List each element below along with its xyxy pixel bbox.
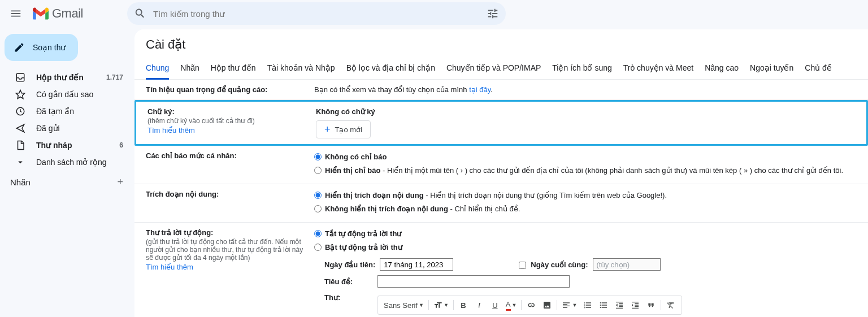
signature-sub: (thêm chữ ký vào cuối tất cả thư đi)	[147, 117, 311, 125]
quote-button[interactable]	[644, 298, 658, 312]
signature-learn-more-link[interactable]: Tìm hiểu thêm	[147, 126, 195, 134]
link-icon	[527, 301, 536, 310]
tab-themes[interactable]: Chủ đề	[805, 60, 832, 79]
compose-label: Soạn thư	[33, 43, 66, 52]
row-ad-signals: Tín hiệu quan trọng để quảng cáo: Bạn có…	[134, 80, 868, 100]
radio-vacation-on[interactable]	[314, 244, 322, 251]
search-icon[interactable]	[134, 7, 146, 20]
signature-label: Chữ ký:	[147, 107, 311, 116]
nav-more[interactable]: Danh sách mở rộng	[5, 154, 130, 171]
page-title: Cài đặt	[134, 35, 868, 60]
chevron-down-icon	[15, 157, 26, 167]
row-personal-indicators: Các chỉ báo mức cá nhân: Không có chỉ bá…	[134, 146, 868, 184]
row-vacation-responder: Thư trả lời tự động: (gửi thư trả lời tự…	[134, 223, 868, 317]
tab-advanced[interactable]: Nâng cao	[705, 60, 739, 79]
ad-signals-link[interactable]: tại đây	[469, 85, 491, 94]
bold-button[interactable]: B	[456, 298, 471, 312]
clear-format-icon	[666, 301, 675, 310]
clock-icon	[15, 106, 26, 116]
radio-show-snippets[interactable]	[314, 192, 322, 199]
numbered-list-button[interactable]	[580, 298, 595, 312]
tab-chat[interactable]: Trò chuyện và Meet	[623, 60, 693, 79]
tab-general[interactable]: Chung	[146, 60, 169, 80]
subject-label: Tiêu đề:	[324, 277, 373, 286]
row-snippets: Trích đoạn nội dung: Hiển thị trích đoạn…	[134, 184, 868, 223]
image-button[interactable]	[540, 298, 554, 312]
radio-vacation-off[interactable]	[314, 230, 322, 237]
vacation-label: Thư trả lời tự động:	[146, 228, 310, 237]
radio-hide-snippets[interactable]	[314, 205, 322, 212]
tab-addons[interactable]: Tiện ích bổ sung	[552, 60, 611, 79]
last-day-label: Ngày cuối cùng:	[531, 260, 588, 269]
svg-marker-1	[16, 90, 25, 99]
first-day-label: Ngày đầu tiên:	[324, 260, 375, 269]
vacation-learn-more-link[interactable]: Tìm hiểu thêm	[146, 263, 193, 271]
labels-section-header: Nhãn +	[5, 171, 130, 188]
link-button[interactable]	[524, 298, 539, 312]
search-options-icon[interactable]	[487, 7, 499, 20]
star-icon	[15, 89, 26, 99]
font-size-button[interactable]: ▼	[431, 298, 451, 312]
nav-starred[interactable]: Có gắn dấu sao	[5, 86, 130, 103]
image-icon	[542, 301, 552, 310]
indent-more-button[interactable]	[628, 298, 643, 312]
nav-drafts[interactable]: Thư nháp 6	[5, 137, 130, 154]
app-header: Gmail	[0, 0, 868, 27]
main-menu-button[interactable]	[5, 2, 27, 25]
radio-show-indicators[interactable]	[314, 167, 322, 174]
tab-labels[interactable]: Nhãn	[180, 60, 199, 79]
gmail-brand-text: Gmail	[52, 6, 83, 21]
tab-inbox[interactable]: Hộp thư đến	[211, 60, 256, 79]
send-icon	[15, 123, 26, 133]
plus-icon: +	[324, 124, 331, 134]
tab-forwarding[interactable]: Chuyển tiếp và POP/IMAP	[446, 60, 541, 79]
add-label-button[interactable]: +	[117, 176, 123, 188]
tab-offline[interactable]: Ngoại tuyến	[750, 60, 793, 79]
align-icon	[562, 301, 571, 310]
nav-snoozed[interactable]: Đã tạm ẩn	[5, 103, 130, 120]
inbox-icon	[15, 72, 26, 82]
nav-inbox[interactable]: Hộp thư đến 1.717	[5, 69, 130, 86]
menu-icon	[10, 7, 22, 20]
search-bar	[127, 2, 506, 25]
compose-button[interactable]: Soạn thư	[5, 34, 78, 61]
underline-button[interactable]: U	[488, 298, 502, 312]
personal-indicators-label: Các chỉ báo mức cá nhân:	[146, 151, 310, 160]
sidebar: Soạn thư Hộp thư đến 1.717 Có gắn dấu sa…	[0, 27, 134, 317]
subject-input[interactable]	[377, 275, 570, 288]
bulleted-list-button[interactable]	[596, 298, 611, 312]
last-day-input	[593, 258, 661, 271]
pencil-icon	[14, 42, 25, 53]
list-ul-icon	[599, 301, 608, 310]
list-ol-icon	[583, 301, 592, 310]
text-size-icon	[433, 301, 442, 310]
gmail-logo-icon	[33, 7, 49, 20]
gmail-logo[interactable]: Gmail	[33, 6, 83, 21]
font-family-select[interactable]: Sans Serif▼	[381, 298, 426, 312]
ad-signals-label: Tín hiệu quan trọng để quảng cáo:	[146, 85, 310, 94]
vacation-sub: (gửi thư trả lời tự động cho tất cả thư …	[146, 238, 310, 262]
row-signature: Chữ ký: (thêm chữ ký vào cuối tất cả thư…	[134, 100, 868, 146]
radio-no-indicators[interactable]	[314, 153, 322, 160]
tab-filters[interactable]: Bộ lọc và địa chỉ bị chặn	[346, 60, 435, 79]
file-icon	[15, 140, 26, 150]
labels-title: Nhãn	[10, 177, 31, 187]
create-signature-button[interactable]: + Tạo mới	[316, 120, 371, 138]
ad-signals-text: Bạn có thể xem và thay đổi tùy chọn của …	[314, 85, 469, 94]
quote-icon	[646, 301, 656, 310]
nav-sent[interactable]: Đã gửi	[5, 120, 130, 137]
indent-increase-icon	[631, 301, 640, 310]
italic-button[interactable]: I	[472, 298, 487, 312]
no-signature-text: Không có chữ ký	[316, 107, 375, 116]
tab-accounts[interactable]: Tài khoản và Nhập	[267, 60, 335, 79]
indent-less-button[interactable]	[612, 298, 627, 312]
search-input[interactable]	[146, 9, 487, 19]
align-button[interactable]: ▼	[559, 298, 579, 312]
last-day-checkbox[interactable]	[519, 262, 526, 269]
indent-decrease-icon	[615, 301, 624, 310]
editor-toolbar: Sans Serif▼ ▼ B I U A▼	[377, 296, 682, 315]
remove-format-button[interactable]	[663, 298, 678, 312]
text-color-button[interactable]: A▼	[504, 298, 519, 312]
settings-panel: Cài đặt Chung Nhãn Hộp thư đến Tài khoản…	[134, 29, 868, 317]
first-day-input[interactable]	[380, 258, 453, 271]
